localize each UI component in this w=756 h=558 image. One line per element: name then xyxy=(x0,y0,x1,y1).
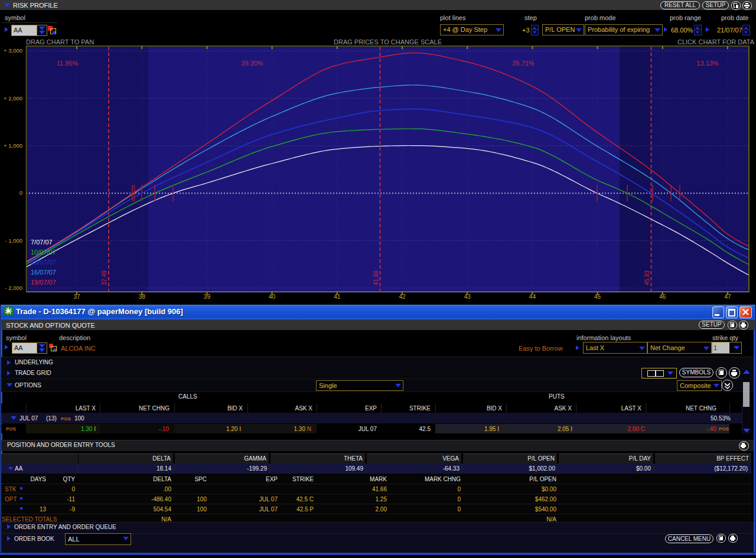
svg-text:39.20%: 39.20% xyxy=(241,60,263,67)
svg-text:10/07/07: 10/07/07 xyxy=(31,249,56,256)
svg-text:44: 44 xyxy=(529,293,536,300)
svg-text:40: 40 xyxy=(269,293,276,300)
svg-text:43: 43 xyxy=(464,293,471,300)
svg-text:45.83: 45.83 xyxy=(644,270,650,285)
svg-text:47: 47 xyxy=(724,293,731,300)
svg-text:0: 0 xyxy=(19,190,22,196)
svg-text:42: 42 xyxy=(399,293,406,300)
svg-text:+ 2,000: + 2,000 xyxy=(4,95,22,102)
svg-text:+ 3,000: + 3,000 xyxy=(4,47,22,54)
svg-text:11.95%: 11.95% xyxy=(57,60,79,67)
svg-text:39: 39 xyxy=(204,293,211,300)
svg-text:37: 37 xyxy=(73,293,80,300)
svg-text:- 2,000: - 2,000 xyxy=(5,285,22,291)
svg-text:38: 38 xyxy=(139,293,146,300)
svg-text:7/07/07: 7/07/07 xyxy=(31,239,53,246)
svg-text:16/07/07: 16/07/07 xyxy=(31,269,56,276)
svg-text:41.66: 41.66 xyxy=(373,270,379,285)
svg-text:37.49: 37.49 xyxy=(101,270,107,285)
svg-text:35.71%: 35.71% xyxy=(512,60,535,67)
svg-text:13/07/07: 13/07/07 xyxy=(31,259,56,266)
svg-text:+ 1,000: + 1,000 xyxy=(4,142,22,149)
svg-text:19/07/07: 19/07/07 xyxy=(31,279,56,286)
svg-text:- 1,000: - 1,000 xyxy=(5,237,22,244)
svg-text:13.13%: 13.13% xyxy=(696,60,719,67)
svg-text:41: 41 xyxy=(334,293,341,300)
svg-text:46: 46 xyxy=(659,293,666,300)
svg-text:45: 45 xyxy=(594,293,601,300)
